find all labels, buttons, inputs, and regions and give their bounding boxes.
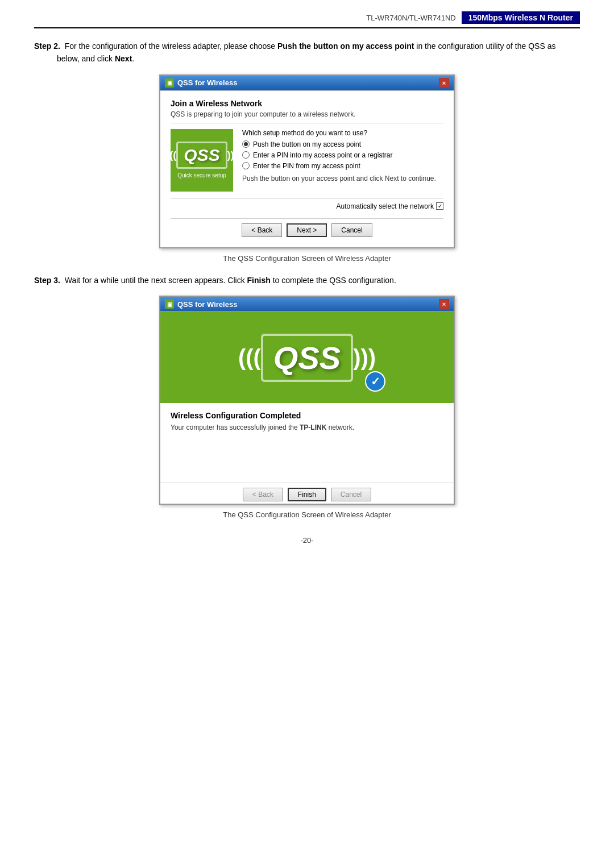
dialog2-close-button[interactable]: ×: [439, 299, 449, 309]
qss-logo-text: QSS: [176, 142, 227, 169]
page-header: TL-WR740N/TL-WR741ND 150Mbps Wireless N …: [34, 11, 580, 28]
dialog1-subtitle: QSS is preparing to join your computer t…: [171, 110, 443, 123]
qss-caption: Quick secure setup: [177, 172, 226, 178]
dialog1-cancel-button[interactable]: Cancel: [331, 223, 372, 237]
qss-logo-box: ((( QSS ))) Quick secure setup: [171, 129, 233, 192]
dialog1-close-button[interactable]: ×: [439, 78, 449, 88]
radio1-label: Push the button on my access point: [253, 140, 361, 148]
dialog2-buttons: < Back Finish Cancel: [160, 483, 454, 504]
completion-desc1: Your computer has successfully joined th…: [171, 423, 300, 431]
radio2-circle: [242, 151, 250, 159]
step2-description: For the configuration of the wireless ad…: [65, 41, 277, 51]
qss-banner: ((( QSS ))) ✓: [160, 312, 454, 403]
dialog2-back-button[interactable]: < Back: [243, 488, 283, 501]
radio1-circle: [242, 140, 250, 148]
dialog1-buttons: < Back Next > Cancel: [171, 218, 443, 239]
step3-label: Step 3.: [34, 276, 60, 285]
checkmark-badge: ✓: [365, 371, 385, 392]
dialog2-body: ((( QSS ))) ✓ Wireless Configuration Com…: [160, 312, 454, 504]
radio-option2[interactable]: Enter a PIN into my access point or a re…: [242, 151, 443, 159]
radio-option3[interactable]: Enter the PIN from my access point: [242, 162, 443, 170]
radio-option1[interactable]: Push the button on my access point: [242, 140, 443, 148]
step2-bold1: Push the button on my: [277, 41, 364, 51]
dialog1-content-row: ((( QSS ))) Quick secure setup Which set…: [171, 129, 443, 192]
dialog2: ▣ QSS for Wireless × ((( QSS ))) ✓ Wirel…: [159, 296, 455, 505]
step2-paragraph: Step 2. For the configuration of the wir…: [34, 40, 580, 65]
step2-bold3: Next: [115, 54, 132, 63]
step3-description: Wait for a while until the next screen a…: [65, 276, 247, 285]
radio3-label: Enter the PIN from my access point: [253, 162, 360, 170]
completion-title: Wireless Configuration Completed: [171, 411, 443, 420]
dialog2-finish-button[interactable]: Finish: [288, 488, 326, 501]
dialog1-title: QSS for Wireless: [177, 78, 237, 87]
step2-bold2: access point: [366, 41, 414, 51]
auto-select-row: Automatically select the network ✓: [171, 198, 443, 214]
dialog1-next-button[interactable]: Next >: [287, 223, 327, 237]
step2-end: .: [132, 54, 134, 63]
dialog-options: Which setup method do you want to use? P…: [242, 129, 443, 192]
options-note: Push the button on your access point and…: [242, 175, 443, 182]
header-model: TL-WR740N/TL-WR741ND: [366, 14, 455, 22]
completion-bold: TP-LINK: [300, 423, 326, 431]
radio2-label: Enter a PIN into my access point or a re…: [253, 151, 392, 159]
step2-label: Step 2.: [34, 41, 60, 51]
step3-bold1: Finish: [247, 276, 271, 285]
step3-paragraph: Step 3. Wait for a while until the next …: [34, 274, 580, 286]
completion-text-area: Wireless Configuration Completed Your co…: [160, 403, 454, 483]
qss-waves-right: ))): [227, 149, 238, 161]
radio3-circle: [242, 162, 250, 169]
auto-select-checkbox[interactable]: ✓: [436, 202, 443, 210]
caption2: The QSS Configuration Screen of Wireless…: [34, 510, 580, 519]
completion-desc: Your computer has successfully joined th…: [171, 423, 443, 431]
qss-window-icon: ▣: [165, 78, 174, 88]
caption1: The QSS Configuration Screen of Wireless…: [34, 254, 580, 263]
options-prompt: Which setup method do you want to use?: [242, 129, 443, 137]
dialog1-body: Join a Wireless Network QSS is preparing…: [160, 90, 454, 247]
step3-rest: to complete the QSS configuration.: [271, 276, 396, 285]
auto-select-label: Automatically select the network: [337, 202, 434, 210]
dialog2-titlebar-left: ▣ QSS for Wireless: [165, 300, 237, 309]
dialog1-back-button[interactable]: < Back: [242, 223, 282, 237]
header-title: 150Mbps Wireless N Router: [462, 11, 580, 24]
dialog2-cancel-button[interactable]: Cancel: [331, 488, 371, 501]
dialog1-titlebar-left: ▣ QSS for Wireless: [165, 78, 237, 88]
page-number: -20-: [34, 536, 580, 545]
qss-window-icon2: ▣: [165, 300, 174, 309]
dialog2-titlebar: ▣ QSS for Wireless ×: [160, 297, 454, 312]
qss-banner-logo: QSS: [261, 334, 353, 382]
dialog1: ▣ QSS for Wireless × Join a Wireless Net…: [159, 74, 455, 248]
dialog2-title: QSS for Wireless: [177, 300, 237, 309]
dialog1-section-title: Join a Wireless Network: [171, 99, 443, 108]
qss-waves-left: (((: [166, 149, 176, 161]
dialog1-titlebar: ▣ QSS for Wireless ×: [160, 76, 454, 90]
completion-desc2: network.: [326, 423, 354, 431]
